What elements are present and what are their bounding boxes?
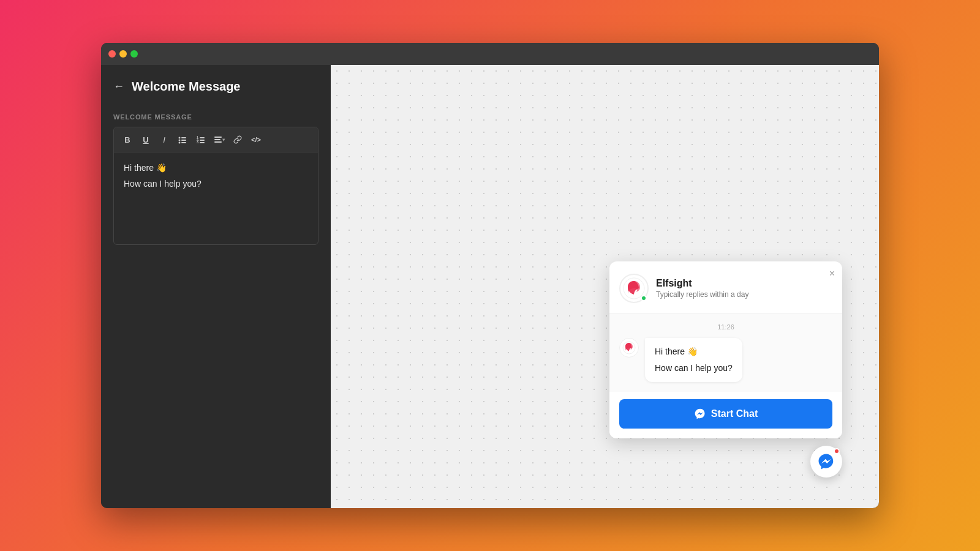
svg-point-0	[179, 137, 181, 139]
code-button[interactable]: </>	[247, 131, 265, 148]
svg-text:3.: 3.	[197, 140, 200, 144]
browser-content: ← Welcome Message WELCOME MESSAGE B U I	[101, 65, 879, 508]
start-chat-label: Start Chat	[711, 408, 758, 419]
traffic-light-yellow[interactable]	[119, 50, 127, 58]
message-elfsight-icon	[622, 341, 636, 354]
editor-line-1: Hi there 👋	[124, 161, 308, 174]
title-bar	[101, 43, 879, 65]
svg-point-2	[179, 140, 181, 141]
svg-rect-3	[181, 140, 186, 141]
message-timestamp: 11:26	[619, 323, 832, 331]
chat-widget-container: Elfsight Typically replies within a day …	[609, 261, 842, 478]
link-button[interactable]	[229, 131, 246, 148]
bold-button[interactable]: B	[119, 131, 136, 148]
chat-popup-header: Elfsight Typically replies within a day …	[609, 261, 842, 313]
svg-rect-5	[181, 142, 186, 143]
editor-line-2: How can I help you?	[124, 177, 308, 190]
bullet-list-button[interactable]	[174, 131, 191, 148]
chat-popup: Elfsight Typically replies within a day …	[609, 261, 842, 438]
message-line-1: Hi there 👋	[655, 345, 733, 358]
message-bubble: Hi there 👋 How can I help you?	[645, 338, 742, 382]
message-row: Hi there 👋 How can I help you?	[619, 338, 832, 382]
chat-popup-footer: Start Chat	[609, 392, 842, 438]
right-panel: Elfsight Typically replies within a day …	[331, 65, 879, 508]
svg-rect-1	[181, 137, 186, 138]
message-avatar	[619, 338, 639, 358]
chat-messages: 11:26 Hi there 👋	[609, 313, 842, 392]
browser-window: ← Welcome Message WELCOME MESSAGE B U I	[101, 43, 879, 508]
align-chevron: ▾	[222, 137, 225, 143]
svg-rect-11	[200, 142, 205, 143]
section-label: WELCOME MESSAGE	[113, 113, 318, 121]
panel-header: ← Welcome Message	[113, 80, 318, 94]
svg-rect-7	[200, 137, 205, 138]
traffic-light-red[interactable]	[108, 50, 116, 58]
editor-content[interactable]: Hi there 👋 How can I help you?	[114, 152, 318, 244]
back-button[interactable]: ←	[113, 80, 124, 93]
chat-fab-button[interactable]	[810, 446, 842, 478]
agent-info: Elfsight Typically replies within a day	[656, 278, 832, 299]
agent-avatar	[619, 274, 649, 303]
svg-rect-14	[214, 141, 222, 143]
online-status-dot	[641, 295, 647, 301]
underline-button[interactable]: U	[137, 131, 154, 148]
panel-title: Welcome Message	[132, 80, 241, 94]
agent-status: Typically replies within a day	[656, 290, 832, 299]
traffic-lights	[108, 50, 138, 58]
italic-button[interactable]: I	[156, 131, 173, 148]
svg-point-4	[179, 142, 181, 144]
agent-name: Elfsight	[656, 278, 832, 289]
editor-toolbar: B U I	[114, 127, 318, 152]
traffic-light-green[interactable]	[130, 50, 138, 58]
align-button[interactable]: ▾	[211, 131, 228, 148]
messenger-icon	[694, 408, 706, 420]
svg-rect-12	[214, 137, 222, 138]
svg-rect-13	[214, 139, 221, 140]
svg-rect-9	[200, 140, 205, 141]
ordered-list-button[interactable]: 1. 2. 3.	[192, 131, 209, 148]
fab-messenger-icon	[817, 452, 835, 471]
fab-notification-badge	[834, 448, 840, 454]
close-button[interactable]: ×	[829, 269, 835, 279]
start-chat-button[interactable]: Start Chat	[619, 399, 832, 429]
editor-area: B U I	[113, 127, 318, 245]
message-line-2: How can I help you?	[655, 362, 733, 375]
left-panel: ← Welcome Message WELCOME MESSAGE B U I	[101, 65, 331, 508]
